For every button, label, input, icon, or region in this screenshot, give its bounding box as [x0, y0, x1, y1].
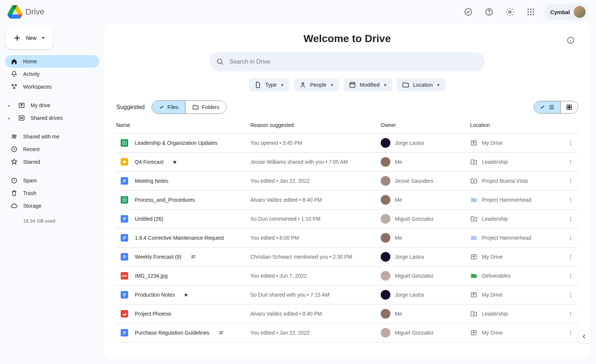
col-location[interactable]: Location — [470, 122, 563, 128]
file-name: Meeting Notes — [135, 178, 168, 184]
more-actions-button[interactable]: ⋮ — [563, 159, 578, 165]
sidebar-item-shared-drives[interactable]: ▸Shared drives — [5, 112, 99, 124]
more-actions-button[interactable]: ⋮ — [563, 216, 578, 222]
cell-location[interactable]: Leadership — [470, 215, 563, 223]
filter-chip-modified[interactable]: Modified▼ — [343, 78, 392, 92]
sidebar-item-starred[interactable]: Starred — [5, 156, 99, 168]
table-row[interactable]: Purchase Regulation GuidelinesYou edited… — [116, 323, 578, 342]
more-actions-button[interactable]: ⋮ — [563, 178, 578, 184]
owner-avatar — [381, 309, 390, 319]
more-actions-button[interactable]: ⋮ — [563, 235, 578, 241]
file-name: IMG_1234.jpg — [135, 273, 168, 279]
org-chip[interactable]: Cymbal — [544, 4, 589, 20]
search-input[interactable] — [229, 58, 478, 65]
user-avatar[interactable] — [574, 6, 586, 18]
view-list[interactable] — [534, 101, 560, 113]
segment-folders[interactable]: Folders — [185, 101, 226, 114]
location-icon — [470, 196, 478, 204]
filter-chip-location[interactable]: Location▼ — [397, 78, 446, 92]
more-actions-button[interactable]: ⋮ — [563, 292, 578, 298]
svg-point-38 — [473, 219, 475, 220]
owner-avatar — [381, 271, 390, 281]
offline-ready-icon[interactable] — [461, 4, 476, 19]
sidebar-item-shared-with-me[interactable]: Shared with me — [5, 130, 99, 143]
location-icon — [470, 158, 478, 166]
help-icon[interactable] — [482, 4, 497, 19]
table-row[interactable]: Meeting NotesYou edited • Jan 22, 2022Je… — [116, 172, 578, 191]
col-name[interactable]: Name — [116, 122, 250, 128]
sidebar-item-home[interactable]: Home — [5, 55, 99, 68]
owner-name: Jessie Saunders — [395, 178, 434, 184]
col-reason[interactable]: Reason suggested — [250, 122, 381, 128]
sidebar-item-trash[interactable]: Trash — [5, 187, 99, 199]
info-icon[interactable] — [563, 33, 578, 48]
cell-location[interactable]: Project Hammerhead — [470, 196, 563, 204]
settings-icon[interactable] — [503, 4, 517, 19]
cell-location[interactable]: My Drive — [470, 139, 563, 147]
file-type-pdf-icon: PDF — [121, 272, 128, 280]
table-row[interactable]: Q4 Forecast★Jessie Williams shared with … — [116, 153, 578, 172]
more-actions-button[interactable]: ⋮ — [563, 330, 578, 336]
calendar-icon — [349, 81, 356, 89]
cell-location[interactable]: Leadership — [470, 158, 563, 166]
sidebar-item-recent[interactable]: Recent — [5, 143, 99, 156]
apps-grid-icon[interactable] — [523, 4, 538, 19]
cell-reason: Alvaro Valdez edited • 8:40 PM — [250, 311, 381, 317]
svg-point-10 — [527, 14, 529, 15]
owner-avatar — [381, 176, 390, 186]
svg-rect-27 — [350, 83, 355, 87]
more-actions-button[interactable]: ⋮ — [563, 273, 578, 279]
sidebar-item-spam[interactable]: Spam — [5, 174, 99, 187]
spam-icon — [10, 177, 18, 184]
cell-location[interactable]: Deliverables — [470, 272, 563, 280]
table-row[interactable]: Weekly Forecast (9)Christian Schwarz men… — [116, 248, 578, 266]
grid-icon — [566, 104, 573, 111]
owner-avatar — [381, 157, 390, 167]
cell-name: Weekly Forecast (9) — [116, 253, 250, 261]
cell-location[interactable]: My Drive — [470, 291, 563, 298]
file-name: Q4 Forecast — [135, 159, 164, 165]
side-panel-toggle[interactable] — [577, 330, 590, 343]
chip-label: Location — [413, 82, 433, 88]
sidebar-item-storage[interactable]: Storage — [5, 199, 99, 212]
svg-point-2 — [489, 13, 489, 14]
storage-used-text: 18.34 GB used — [5, 218, 99, 224]
table-row[interactable]: Project PhoenixAlvaro Valdez edited • 8:… — [116, 304, 578, 323]
view-grid[interactable] — [560, 101, 578, 113]
sidebar-item-workspaces[interactable]: Workspaces — [5, 80, 99, 93]
more-actions-button[interactable]: ⋮ — [563, 254, 578, 260]
filter-chip-people[interactable]: People▼ — [294, 78, 339, 92]
cell-location[interactable]: My Drive — [470, 253, 563, 261]
sidebar-item-activity[interactable]: Activity — [5, 68, 99, 80]
sidebar-item-my-drive[interactable]: ▸My drive — [5, 99, 99, 112]
col-owner[interactable]: Owner — [381, 122, 470, 128]
table-row[interactable]: 1.8.4 Corrective Maintenance RequestYou … — [116, 229, 578, 248]
search-bar[interactable] — [209, 52, 485, 71]
svg-point-14 — [15, 84, 16, 86]
location-name: Project Hammerhead — [482, 235, 531, 241]
table-row[interactable]: PDFIMG_1234.jpgYou edited • Jun 7, 2022M… — [116, 266, 578, 285]
location-icon — [470, 272, 478, 280]
cell-location[interactable]: Project Buena Vista — [470, 177, 563, 185]
cell-location[interactable]: Project Hammerhead — [470, 234, 563, 242]
cell-reason: You edited • Jan 22, 2022 — [250, 178, 381, 184]
header-left: Drive — [7, 4, 44, 19]
more-actions-button[interactable]: ⋮ — [563, 140, 578, 146]
more-actions-button[interactable]: ⋮ — [563, 197, 578, 203]
segment-files[interactable]: Files — [152, 101, 186, 114]
table-row[interactable]: Leadership & Organization UpdatesYou ope… — [116, 134, 578, 153]
file-type-docs-icon — [121, 215, 128, 223]
cell-location[interactable]: My Drive — [470, 329, 563, 336]
table-row[interactable]: Production Notes★So Duri shared with you… — [116, 285, 578, 304]
cell-name: Production Notes★ — [116, 291, 250, 298]
cell-location[interactable]: Leadership — [470, 310, 563, 317]
new-button[interactable]: New — [5, 27, 53, 49]
sidebar-item-label: Shared drives — [31, 115, 63, 121]
table-row[interactable]: Process_and_ProceduresAlvaro Valdez edit… — [116, 191, 578, 210]
table-row[interactable]: Untitled (26)So Duri commented • 1:10 PM… — [116, 210, 578, 229]
more-actions-button[interactable]: ⋮ — [563, 311, 578, 317]
filter-chip-type[interactable]: Type▼ — [249, 78, 289, 92]
svg-point-8 — [530, 11, 532, 13]
location-icon — [470, 215, 478, 223]
file-type-docs-icon — [121, 234, 128, 242]
